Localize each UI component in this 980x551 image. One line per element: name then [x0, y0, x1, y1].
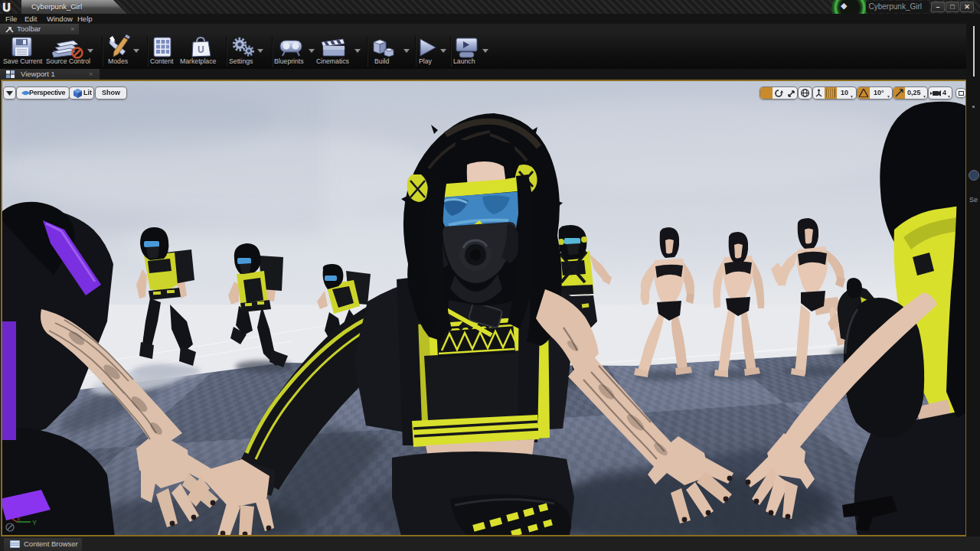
- svg-text:U: U: [198, 44, 204, 55]
- svg-text:Y: Y: [32, 519, 37, 527]
- svg-text:X: X: [17, 517, 21, 522]
